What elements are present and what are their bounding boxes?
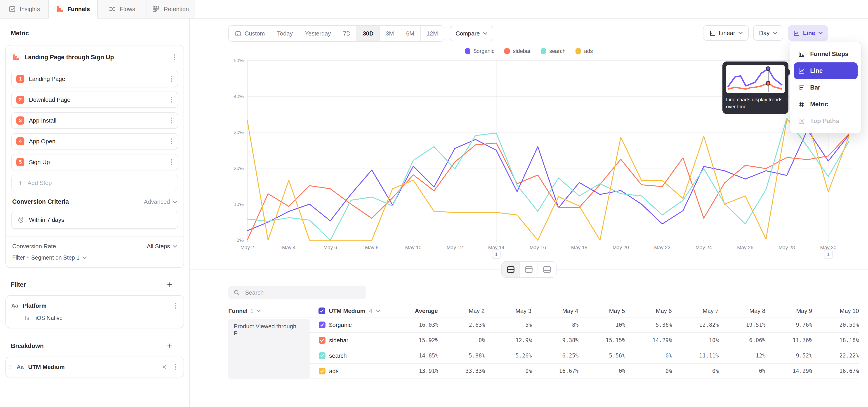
day-column-header[interactable]: May 3 (485, 308, 531, 315)
menu-item-label: Metric (810, 101, 828, 108)
range-30d[interactable]: 30D (357, 26, 380, 41)
annotation-badge[interactable]: 1 (492, 250, 500, 259)
y-axis-label: 10% (234, 201, 244, 207)
funnel-step-2[interactable]: 2Download Page (11, 92, 178, 108)
linear-axis-icon (709, 30, 716, 36)
table-row-sidebar[interactable]: sidebar15.92%0%12.9%9.38%15.15%14.29%10%… (310, 333, 859, 348)
annotation-badge-label: 1 (827, 251, 830, 257)
filter-property-name: Platform (23, 302, 168, 309)
day-column-header[interactable]: May 2 (438, 308, 485, 315)
series-line-search[interactable] (247, 118, 849, 240)
chevron-down-icon (738, 32, 743, 34)
table-row-ads[interactable]: ads13.91%33.33%0%16.67%0%0%0%0%14.29%16.… (310, 364, 859, 379)
kebab-menu-icon[interactable] (168, 95, 174, 104)
range-label: Custom (245, 30, 265, 37)
day-value: 22.22% (812, 352, 859, 359)
conversion-criteria-mode-dropdown[interactable]: Advanced (144, 198, 177, 205)
chart-type-dropdown-button[interactable]: Line (788, 25, 828, 41)
range-7d[interactable]: 7D (337, 26, 357, 41)
kebab-menu-icon[interactable] (172, 53, 177, 62)
funnel-step-3[interactable]: 3App Install (11, 113, 178, 129)
day-column-header[interactable]: May 10 (812, 308, 859, 315)
range-today[interactable]: Today (271, 26, 299, 41)
funnel-step-4[interactable]: 4App Open (11, 133, 178, 150)
series-line-ads[interactable] (247, 120, 849, 240)
add-step-button[interactable]: Add Step (11, 175, 178, 191)
day-column-header[interactable]: May 4 (531, 308, 578, 315)
tab-insights[interactable]: Insights (0, 0, 49, 18)
search-input[interactable] (244, 289, 361, 296)
breakdown-column-header[interactable]: UTM Medium 4 (318, 308, 388, 315)
conversion-rate-dropdown[interactable]: All Steps (147, 243, 177, 250)
day-column-header[interactable]: May 6 (625, 308, 672, 315)
menu-item-label: Line (810, 67, 823, 74)
kebab-menu-icon[interactable] (173, 301, 178, 310)
layout-split-view-button[interactable] (502, 262, 520, 277)
x-axis-label: May 4 (282, 245, 296, 250)
table-row-search[interactable]: search14.85%5.88%5.26%6.25%5.56%0%11.11%… (310, 348, 859, 364)
series-checkbox[interactable] (319, 352, 326, 359)
series-checkbox[interactable] (319, 337, 326, 344)
day-value: 10% (579, 322, 625, 328)
kebab-menu-icon[interactable] (173, 363, 178, 372)
menu-item-funnel-steps[interactable]: Funnel Steps (794, 46, 858, 62)
kebab-menu-icon[interactable] (168, 158, 174, 167)
series-checkbox[interactable] (319, 368, 326, 374)
day-column-headers: May 2May 3May 4May 5May 6May 7May 8May 9… (438, 308, 859, 315)
granularity-dropdown-button[interactable]: Day (753, 25, 783, 41)
tab-flows[interactable]: Flows (98, 0, 147, 18)
range-6m[interactable]: 6M (400, 26, 421, 41)
filter-condition-row[interactable]: Is iOS Native (10, 312, 179, 324)
day-column-header[interactable]: May 9 (765, 308, 812, 315)
menu-item-bar[interactable]: Bar (794, 79, 858, 96)
annotation-badge[interactable]: 1 (824, 250, 832, 259)
range-3m[interactable]: 3M (380, 26, 400, 41)
kebab-menu-icon[interactable] (168, 74, 174, 84)
add-filter-button[interactable] (165, 280, 174, 289)
scale-dropdown-button[interactable]: Linear (703, 25, 749, 41)
day-value: 11.11% (672, 352, 719, 359)
day-column-header[interactable]: May 5 (578, 308, 625, 315)
funnel-column-header[interactable]: Funnel 1 (228, 308, 318, 315)
tab-label: Funnels (67, 6, 90, 13)
day-column-header[interactable]: May 7 (672, 308, 719, 315)
range-custom[interactable]: Custom (229, 26, 271, 41)
funnel-name-cell[interactable]: Product Viewed through P... (228, 319, 310, 379)
drag-handle-icon[interactable] (8, 363, 12, 371)
date-range-segmented-control: CustomTodayYesterday7D30D3M6M12M (228, 25, 444, 41)
funnel-step-5[interactable]: 5Sign Up (11, 154, 178, 170)
funnel-step-1[interactable]: 1Landing Page (11, 71, 178, 87)
table-row-organic[interactable]: $organic16.03%2.63%5%8%10%5.36%12.82%19.… (310, 317, 859, 333)
layout-chart-only-button[interactable] (520, 262, 538, 277)
filter-card: Aa Platform Is iOS Native (5, 295, 184, 328)
series-checkbox[interactable] (319, 321, 326, 328)
conversion-window-row[interactable]: Within 7 days (11, 211, 178, 229)
calendar-icon (235, 30, 241, 37)
breakdown-property-row[interactable]: Aa UTM Medium (10, 361, 179, 373)
chart-type-menu: Funnel StepsLineBarMetricTop Paths (790, 41, 862, 133)
tab-retention[interactable]: Retention (147, 0, 195, 18)
range-yesterday[interactable]: Yesterday (299, 26, 337, 41)
kebab-menu-icon[interactable] (168, 137, 174, 146)
day-value: 5% (485, 322, 532, 328)
add-breakdown-button[interactable] (165, 342, 174, 350)
series-line-organic[interactable] (247, 130, 849, 231)
compare-button[interactable]: Compare (450, 26, 493, 41)
range-12m[interactable]: 12M (421, 26, 444, 41)
metric-card-header[interactable]: Landing Page through Sign Up (11, 48, 178, 66)
layout-table-only-button[interactable] (538, 262, 556, 277)
filter-property-row[interactable]: Aa Platform (10, 300, 179, 312)
select-all-checkbox[interactable] (318, 308, 325, 314)
table-search[interactable] (228, 286, 366, 300)
y-axis-label: 20% (234, 165, 244, 171)
menu-item-line[interactable]: Line (794, 62, 858, 79)
average-column-header[interactable]: Average (388, 308, 438, 315)
funnels-app: InsightsFunnelsFlowsRetention Metric Lan… (0, 0, 868, 407)
remove-breakdown-icon[interactable] (161, 364, 167, 370)
menu-item-metric[interactable]: Metric (794, 96, 858, 113)
chevron-down-icon (773, 32, 777, 34)
tab-funnels[interactable]: Funnels (49, 0, 98, 19)
filter-segment-step-dropdown[interactable]: Filter + Segment on Step 1 (11, 250, 178, 261)
day-column-header[interactable]: May 8 (719, 308, 765, 315)
kebab-menu-icon[interactable] (168, 116, 174, 125)
